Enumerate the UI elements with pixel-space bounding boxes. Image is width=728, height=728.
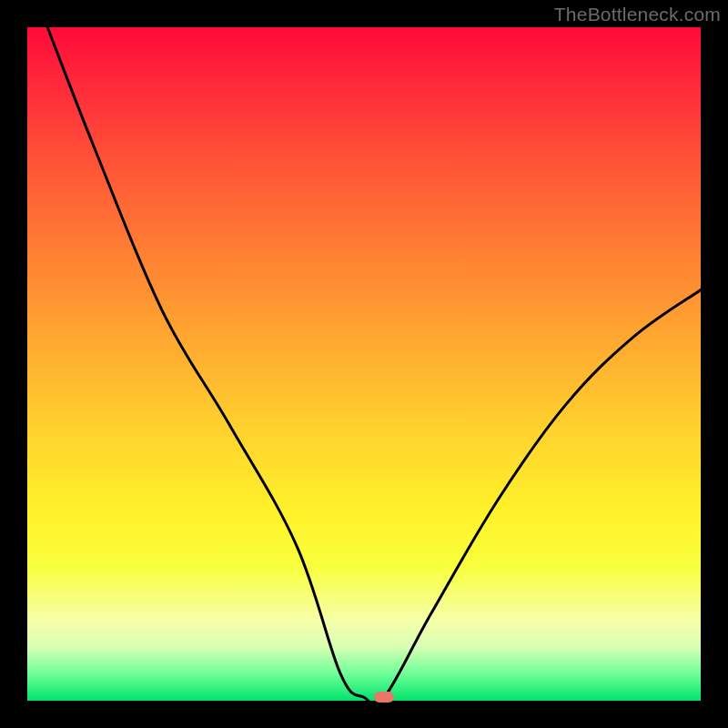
minimum-marker	[374, 692, 394, 703]
curve-svg	[27, 27, 701, 701]
attribution-text: TheBottleneck.com	[554, 4, 721, 25]
chart-frame: TheBottleneck.com	[0, 0, 728, 728]
bottleneck-curve-path	[47, 27, 701, 701]
plot-area	[27, 27, 701, 701]
